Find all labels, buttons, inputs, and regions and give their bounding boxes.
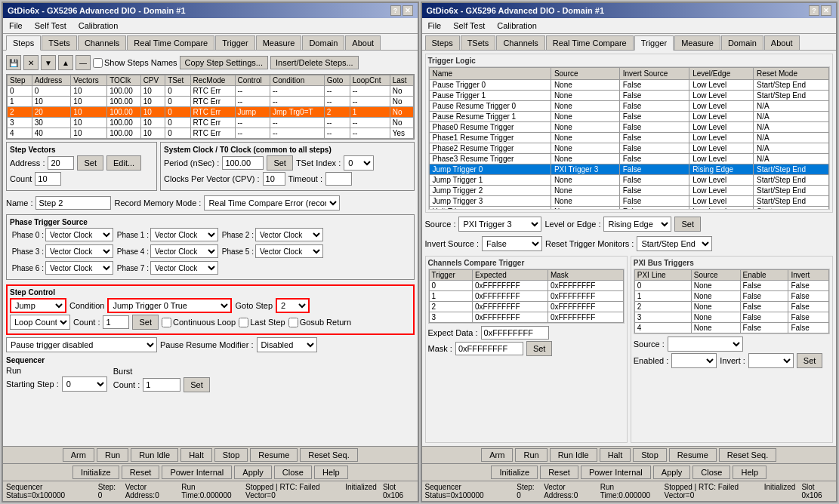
- right-menu-calibration[interactable]: Calibration: [494, 20, 540, 32]
- channels-set-btn[interactable]: Set: [526, 341, 553, 356]
- level-edge-select[interactable]: Rising Edge: [603, 217, 671, 232]
- arrow-down-icon[interactable]: ▼: [41, 55, 56, 70]
- close-icon[interactable]: ✕: [23, 55, 39, 70]
- goto-select[interactable]: 2: [276, 298, 310, 313]
- left-arm-btn[interactable]: Arm: [63, 448, 94, 462]
- tab-measure[interactable]: Measure: [256, 35, 302, 50]
- right-reset-seq-btn[interactable]: Reset Seq.: [719, 448, 776, 462]
- tab-rtc[interactable]: Real Time Compare: [127, 35, 214, 50]
- tab-trigger[interactable]: Trigger: [215, 35, 254, 50]
- table-row[interactable]: 44010100.00100RTC Err--------Yes: [8, 128, 414, 139]
- left-initialize-btn[interactable]: Initialize: [72, 466, 119, 479]
- menu-calibration[interactable]: Calibration: [76, 20, 122, 32]
- trigger-row[interactable]: Pause Resume Trigger 1NoneFalseLow Level…: [429, 112, 829, 122]
- copy-step-settings-btn[interactable]: Copy Step Settings...: [180, 56, 268, 69]
- trigger-row[interactable]: Phase0 Resume TriggerNoneFalseLow LevelN…: [429, 122, 829, 133]
- right-run-btn[interactable]: Run: [515, 448, 547, 462]
- timeout-input[interactable]: [325, 172, 352, 186]
- table-row[interactable]: 22010100.00100RTC ErrJumpJmp Trg0=T21No: [8, 107, 414, 118]
- channels-row[interactable]: 30xFFFFFFFF0xFFFFFFFF: [429, 312, 623, 323]
- right-tab-channels[interactable]: Channels: [496, 35, 544, 50]
- address-input[interactable]: [48, 156, 74, 170]
- pxi-row[interactable]: 1NoneFalseFalse: [634, 291, 828, 302]
- minus-icon[interactable]: —: [76, 55, 91, 70]
- phase5-select[interactable]: Vector Clock: [255, 244, 323, 258]
- right-apply-btn[interactable]: Apply: [653, 466, 691, 479]
- left-resume-btn[interactable]: Resume: [250, 448, 298, 462]
- right-resume-btn[interactable]: Resume: [669, 448, 717, 462]
- invert-select[interactable]: False: [482, 236, 542, 251]
- tab-steps[interactable]: Steps: [6, 35, 41, 51]
- left-stop-btn[interactable]: Stop: [214, 448, 248, 462]
- table-row[interactable]: 11010100.00100RTC Err--------No: [8, 97, 414, 107]
- left-power-btn[interactable]: Power Internal: [162, 466, 232, 479]
- left-run-idle-btn[interactable]: Run Idle: [131, 448, 178, 462]
- channels-row[interactable]: 20xFFFFFFFF0xFFFFFFFF: [429, 302, 623, 312]
- cpv-input[interactable]: [263, 172, 285, 186]
- pxi-set-btn[interactable]: Set: [797, 353, 823, 368]
- period-input[interactable]: [222, 156, 264, 170]
- right-close-btn[interactable]: ✕: [821, 5, 831, 16]
- insert-delete-steps-btn[interactable]: Insert/Delete Steps...: [270, 56, 359, 69]
- trigger-row[interactable]: Phase3 Resume TriggerNoneFalseLow LevelN…: [429, 154, 829, 164]
- right-tab-rtc[interactable]: Real Time Compare: [546, 35, 634, 50]
- close-btn[interactable]: ✕: [403, 5, 413, 16]
- trigger-row[interactable]: Pause Resume Trigger 0NoneFalseLow Level…: [429, 101, 829, 112]
- phase7-select[interactable]: Vector Clock: [150, 261, 218, 275]
- burst-set-btn[interactable]: Set: [184, 377, 210, 392]
- trigger-row[interactable]: Jump Trigger 1NoneFalseLow LevelStart/St…: [429, 175, 829, 186]
- pxi-invert-select[interactable]: [748, 353, 794, 368]
- continuous-loop-check[interactable]: Continuous Loop: [162, 318, 236, 327]
- phase0-select[interactable]: Vector Clock: [45, 228, 113, 241]
- right-menu-file[interactable]: File: [425, 20, 445, 32]
- menu-file[interactable]: File: [6, 20, 26, 32]
- right-tab-steps[interactable]: Steps: [425, 35, 460, 50]
- pause-modifier-select[interactable]: Disabled: [257, 337, 317, 352]
- channels-row[interactable]: 10xFFFFFFFF0xFFFFFFFF: [429, 291, 623, 302]
- tab-about[interactable]: About: [345, 35, 381, 50]
- mask-input[interactable]: [455, 342, 523, 355]
- continuous-loop-checkbox[interactable]: [162, 318, 171, 327]
- trigger-row[interactable]: Jump Trigger 2NoneFalseLow LevelStart/St…: [429, 186, 829, 196]
- pxi-row[interactable]: 0NoneFalseFalse: [634, 281, 828, 291]
- show-steps-checkbox[interactable]: [93, 58, 103, 68]
- right-close-btn[interactable]: Close: [692, 466, 730, 479]
- burst-count-input[interactable]: [143, 378, 180, 392]
- count-input[interactable]: [35, 172, 61, 186]
- name-input[interactable]: [35, 196, 111, 210]
- left-halt-btn[interactable]: Halt: [180, 448, 212, 462]
- table-row[interactable]: 33010100.00100RTC Err--------No: [8, 118, 414, 128]
- trigger-row[interactable]: Pause Trigger 1NoneFalseLow LevelStart/S…: [429, 91, 829, 101]
- menu-selftest[interactable]: Self Test: [32, 20, 69, 32]
- last-step-checkbox[interactable]: [239, 318, 248, 327]
- loop-set-btn[interactable]: Set: [132, 315, 159, 330]
- loop-count-input[interactable]: [103, 315, 129, 329]
- right-run-idle-btn[interactable]: Run Idle: [550, 448, 597, 462]
- record-mode-select[interactable]: Real Time Compare Error (recording): [204, 195, 340, 211]
- trigger-row[interactable]: Phase1 Resume TriggerNoneFalseLow LevelN…: [429, 133, 829, 143]
- right-tab-measure[interactable]: Measure: [674, 35, 720, 50]
- tab-channels[interactable]: Channels: [78, 35, 126, 50]
- address-set-btn[interactable]: Set: [77, 155, 103, 171]
- edit-btn[interactable]: Edit...: [106, 155, 141, 171]
- control-select[interactable]: Jump: [10, 298, 66, 313]
- right-initialize-btn[interactable]: Initialize: [491, 466, 538, 479]
- period-set-btn[interactable]: Set: [267, 155, 293, 171]
- gosub-return-checkbox[interactable]: [288, 318, 298, 327]
- right-halt-btn[interactable]: Halt: [600, 448, 631, 462]
- left-reset-seq-btn[interactable]: Reset Seq.: [300, 448, 357, 462]
- phase2-select[interactable]: Vector Clock: [255, 228, 323, 241]
- left-close-btn[interactable]: Close: [274, 466, 312, 479]
- reset-trigger-select[interactable]: Start/Step End: [637, 236, 712, 251]
- trigger-row[interactable]: Phase2 Resume TriggerNoneFalseLow LevelN…: [429, 143, 829, 154]
- trigger-row[interactable]: Pause Trigger 0NoneFalseLow LevelStart/S…: [429, 80, 829, 91]
- right-help-btn-action[interactable]: Help: [733, 466, 767, 479]
- seq-start-select[interactable]: 0: [62, 376, 107, 392]
- trigger-row[interactable]: Jump Trigger 0PXI Trigger 3FalseRising E…: [429, 164, 829, 175]
- phase1-select[interactable]: Vector Clock: [150, 228, 218, 241]
- save-icon[interactable]: 💾: [6, 55, 21, 70]
- left-help-btn[interactable]: Help: [314, 466, 348, 479]
- table-row[interactable]: 0010100.00100RTC Err--------No: [8, 86, 414, 97]
- tab-tsets[interactable]: TSets: [42, 35, 77, 50]
- gosub-return-check[interactable]: Gosub Return: [288, 318, 351, 327]
